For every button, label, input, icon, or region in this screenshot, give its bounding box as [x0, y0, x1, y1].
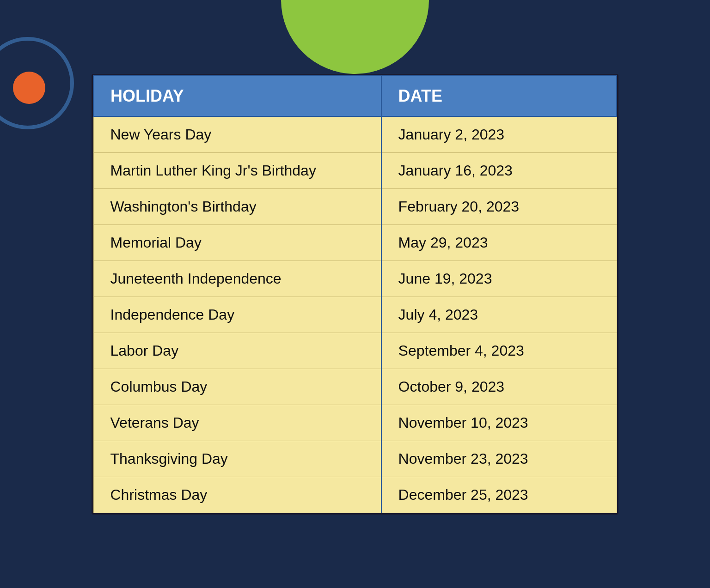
holiday-cell: Veterans Day [93, 405, 381, 441]
holiday-cell: Labor Day [93, 333, 381, 369]
holiday-cell: Memorial Day [93, 224, 381, 261]
table-row: Thanksgiving DayNovember 23, 2023 [93, 441, 617, 477]
holidays-table-container: HOLIDAY DATE New Years DayJanuary 2, 202… [92, 74, 618, 515]
date-cell: September 4, 2023 [381, 333, 617, 369]
date-cell: July 4, 2023 [381, 297, 617, 333]
table-row: Martin Luther King Jr's BirthdayJanuary … [93, 152, 617, 188]
holidays-table: HOLIDAY DATE New Years DayJanuary 2, 202… [93, 75, 617, 513]
holiday-cell: New Years Day [93, 116, 381, 153]
holiday-cell: Columbus Day [93, 369, 381, 405]
holiday-cell: Christmas Day [93, 477, 381, 513]
date-cell: June 19, 2023 [381, 261, 617, 297]
decorative-green-shape [281, 0, 429, 74]
table-row: Memorial DayMay 29, 2023 [93, 224, 617, 261]
table-row: Washington's BirthdayFebruary 20, 2023 [93, 188, 617, 224]
date-cell: October 9, 2023 [381, 369, 617, 405]
table-row: New Years DayJanuary 2, 2023 [93, 116, 617, 153]
table-row: Labor DaySeptember 4, 2023 [93, 333, 617, 369]
holiday-cell: Thanksgiving Day [93, 441, 381, 477]
table-row: Veterans DayNovember 10, 2023 [93, 405, 617, 441]
date-cell: January 2, 2023 [381, 116, 617, 153]
date-cell: May 29, 2023 [381, 224, 617, 261]
date-cell: February 20, 2023 [381, 188, 617, 224]
decorative-orange-circle [13, 72, 45, 104]
table-row: Columbus DayOctober 9, 2023 [93, 369, 617, 405]
table-row: Independence DayJuly 4, 2023 [93, 297, 617, 333]
holiday-column-header: HOLIDAY [93, 76, 381, 116]
table-row: Christmas DayDecember 25, 2023 [93, 477, 617, 513]
date-cell: November 10, 2023 [381, 405, 617, 441]
table-row: Juneteenth IndependenceJune 19, 2023 [93, 261, 617, 297]
date-column-header: DATE [381, 76, 617, 116]
date-cell: November 23, 2023 [381, 441, 617, 477]
holiday-cell: Juneteenth Independence [93, 261, 381, 297]
holiday-cell: Martin Luther King Jr's Birthday [93, 152, 381, 188]
table-header-row: HOLIDAY DATE [93, 76, 617, 116]
holiday-cell: Washington's Birthday [93, 188, 381, 224]
date-cell: January 16, 2023 [381, 152, 617, 188]
date-cell: December 25, 2023 [381, 477, 617, 513]
holiday-cell: Independence Day [93, 297, 381, 333]
